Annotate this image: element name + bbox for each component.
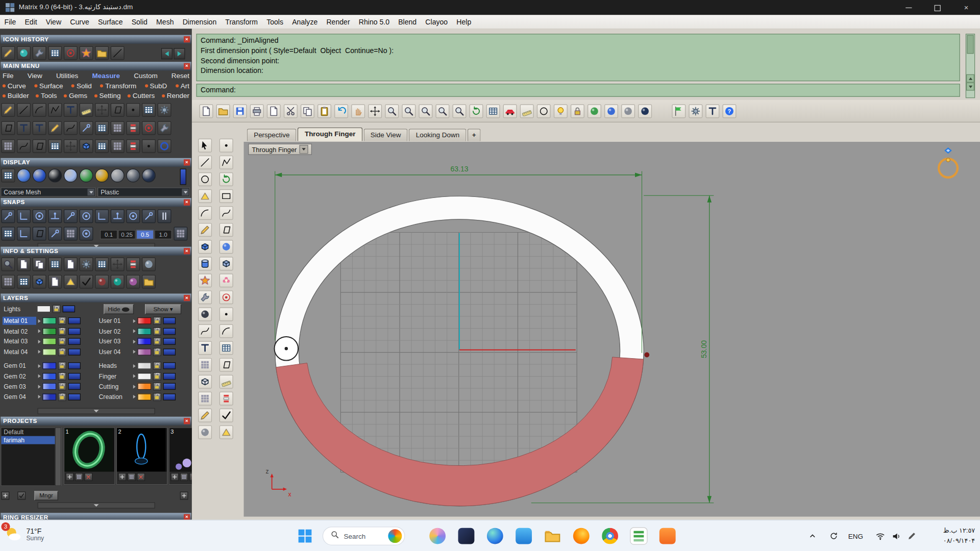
ghosted-icon[interactable]: [621, 104, 635, 118]
ghosted-mode-icon[interactable]: [64, 169, 78, 183]
project-item[interactable]: farimah: [1, 436, 61, 444]
snapC-icon[interactable]: [80, 227, 93, 240]
help-icon[interactable]: ?: [723, 104, 737, 118]
minimize-button[interactable]: [895, 0, 922, 15]
close-icon[interactable]: ×: [184, 295, 190, 301]
close-icon[interactable]: ×: [184, 248, 190, 254]
curve-icon[interactable]: [198, 324, 212, 338]
wedge-icon[interactable]: [64, 275, 78, 289]
layer-color-swatch[interactable]: [42, 317, 56, 324]
add-viewport-tab[interactable]: +: [468, 129, 480, 141]
circle-tool-icon[interactable]: [537, 104, 551, 118]
history-forward-icon[interactable]: [174, 48, 185, 59]
measure-icon[interactable]: [520, 104, 534, 118]
cylinder-icon[interactable]: [198, 257, 212, 270]
copy-icon[interactable]: [301, 104, 314, 118]
snapB-icon[interactable]: [17, 209, 31, 223]
wifi-icon[interactable]: [872, 520, 887, 551]
doc-icon[interactable]: [48, 275, 62, 289]
layer-row[interactable]: Gem 03: [3, 382, 81, 391]
expander-icon[interactable]: [38, 319, 41, 322]
text-T-icon[interactable]: [17, 121, 31, 135]
wrench-icon[interactable]: [198, 290, 212, 304]
slant-icon[interactable]: [33, 139, 46, 153]
grid-snap-icon[interactable]: [174, 227, 187, 240]
zoom-in-icon[interactable]: [385, 104, 399, 118]
target-icon[interactable]: [219, 290, 233, 304]
menu-curve[interactable]: Curve: [66, 15, 94, 29]
layer-name[interactable]: User 02: [97, 327, 131, 335]
start-button[interactable]: [295, 526, 315, 546]
menu-surface[interactable]: Surface: [93, 15, 127, 29]
expander-icon[interactable]: [133, 395, 136, 398]
clayoo-widget-icon[interactable]: [944, 147, 952, 154]
wireframe-mode-icon[interactable]: [1, 169, 15, 183]
polyline-icon[interactable]: [48, 103, 62, 117]
lock-icon[interactable]: [58, 317, 66, 325]
command-input[interactable]: Command:: [196, 84, 960, 97]
main-menu-item-measure[interactable]: Measure: [92, 72, 120, 80]
grid3-icon[interactable]: [1, 139, 15, 153]
layer-row[interactable]: Gem 01: [3, 361, 81, 370]
panel-header-display[interactable]: DISPLAY ×: [1, 158, 191, 167]
sphere-icon[interactable]: [198, 307, 212, 321]
flag-icon[interactable]: [672, 104, 685, 118]
menu-analyze[interactable]: Analyze: [288, 15, 322, 29]
panel-header-layers[interactable]: LAYERS ×: [1, 294, 191, 303]
snapA-icon[interactable]: [64, 209, 78, 223]
layer-color-swatch[interactable]: [42, 348, 56, 355]
layer-name[interactable]: Metal 03: [3, 337, 36, 345]
lock-icon[interactable]: [153, 362, 161, 370]
layer-material-bar[interactable]: [68, 317, 80, 324]
layer-row[interactable]: Gem 04: [3, 392, 81, 401]
project-thumbnail[interactable]: 2: [116, 428, 167, 485]
main-menu-item-reset[interactable]: Reset: [172, 72, 189, 80]
layer-name[interactable]: Heads: [97, 362, 131, 370]
raytrace-icon[interactable]: [638, 104, 652, 118]
menu-dimension[interactable]: Dimension: [178, 15, 221, 29]
lights-label[interactable]: Lights: [3, 305, 35, 313]
layer-material-bar[interactable]: [163, 328, 176, 334]
cube-icon[interactable]: [33, 275, 46, 289]
menu-clayoo[interactable]: Clayoo: [421, 15, 452, 29]
slant-icon[interactable]: [1, 121, 15, 135]
panel-header-ring-resizer[interactable]: RING RESIZER ×: [1, 513, 191, 519]
layer-row[interactable]: User 01: [97, 316, 176, 325]
pencil-icon[interactable]: [1, 46, 15, 60]
lock-icon[interactable]: [153, 347, 161, 356]
layer-material-bar[interactable]: [68, 383, 80, 390]
sphere-icon[interactable]: [219, 240, 233, 254]
expander-icon[interactable]: [133, 385, 136, 388]
boxedit-icon[interactable]: [503, 104, 517, 118]
chev^ron-down-icon[interactable]: [299, 145, 308, 154]
target-icon[interactable]: [64, 46, 78, 60]
grid3-icon[interactable]: [111, 139, 125, 153]
menu-view[interactable]: View: [41, 15, 65, 29]
snap-increment-0.25[interactable]: 0.25: [118, 230, 135, 239]
pencil-icon[interactable]: [198, 409, 212, 422]
panel-header-main-menu[interactable]: MAIN MENU ×: [1, 62, 191, 70]
edge-icon[interactable]: [485, 526, 505, 546]
app-orange-icon[interactable]: [657, 526, 677, 546]
gray-mode-icon[interactable]: [111, 169, 125, 183]
layer-row[interactable]: Finger: [97, 371, 176, 381]
project-list-scrollbar[interactable]: [55, 428, 61, 486]
layer-name[interactable]: Metal 01: [3, 317, 36, 325]
grid3-icon[interactable]: [64, 227, 78, 240]
viewport-title-button[interactable]: Through Finger: [248, 144, 312, 155]
expander-icon[interactable]: [133, 364, 136, 367]
copy-icon[interactable]: [33, 257, 46, 271]
menu-blend[interactable]: Blend: [394, 15, 421, 29]
table-icon[interactable]: [48, 46, 62, 60]
polyline-icon[interactable]: [219, 156, 233, 169]
cube-icon[interactable]: [198, 375, 212, 389]
stack-icon[interactable]: [126, 121, 140, 135]
xray-mode-icon[interactable]: [126, 169, 140, 183]
expander-icon[interactable]: [133, 350, 136, 354]
add-icon[interactable]: [1, 492, 9, 500]
layer-row[interactable]: Metal 03: [3, 337, 81, 346]
shaded-mode-icon[interactable]: [17, 169, 31, 183]
tee-icon[interactable]: [198, 341, 212, 355]
check-icon[interactable]: [219, 409, 233, 422]
table-icon[interactable]: [1, 227, 15, 240]
